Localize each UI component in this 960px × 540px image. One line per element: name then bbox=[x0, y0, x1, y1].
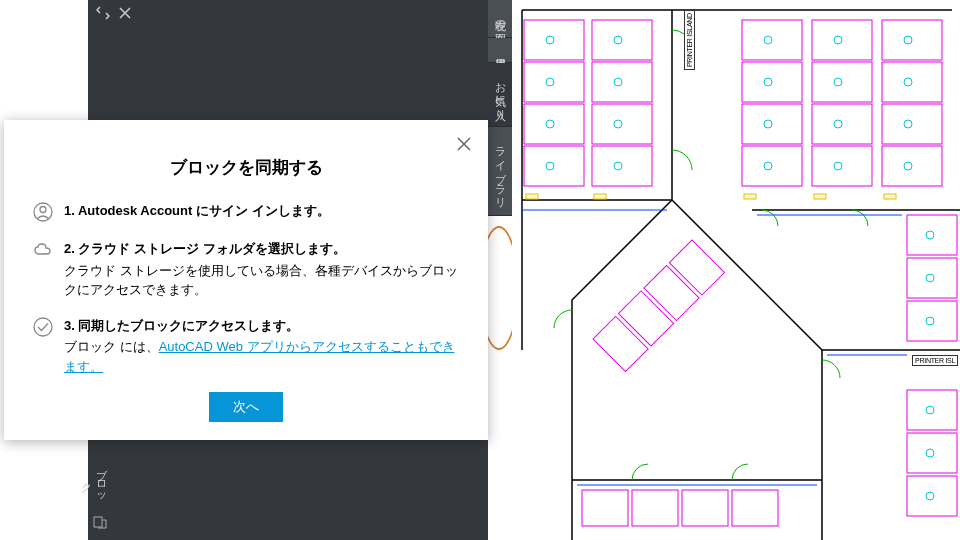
tab-recent[interactable]: 最近使用 bbox=[488, 38, 512, 63]
svg-point-40 bbox=[546, 120, 554, 128]
close-x-icon[interactable] bbox=[116, 4, 134, 22]
close-button[interactable] bbox=[452, 132, 476, 156]
svg-point-45 bbox=[614, 162, 622, 170]
svg-point-2 bbox=[40, 207, 46, 213]
svg-point-49 bbox=[764, 162, 772, 170]
svg-rect-28 bbox=[907, 433, 957, 473]
svg-point-39 bbox=[546, 78, 554, 86]
collapse-arrows-icon[interactable] bbox=[94, 4, 112, 22]
check-circle-icon bbox=[32, 316, 54, 338]
svg-rect-31 bbox=[644, 265, 699, 320]
svg-point-63 bbox=[926, 492, 934, 500]
printer-island-label-2: PRINTER ISL bbox=[912, 355, 958, 366]
svg-point-44 bbox=[614, 120, 622, 128]
svg-rect-27 bbox=[907, 390, 957, 430]
svg-point-62 bbox=[926, 449, 934, 457]
tab-library[interactable]: ライブラリ bbox=[488, 127, 512, 216]
svg-rect-34 bbox=[582, 490, 628, 526]
next-button[interactable]: 次へ bbox=[209, 392, 283, 422]
svg-point-43 bbox=[614, 78, 622, 86]
svg-point-52 bbox=[834, 120, 842, 128]
svg-rect-70 bbox=[744, 194, 756, 199]
svg-rect-26 bbox=[907, 301, 957, 341]
svg-rect-71 bbox=[814, 194, 826, 199]
svg-point-3 bbox=[34, 318, 52, 336]
svg-rect-68 bbox=[526, 194, 538, 199]
step-2-title: 2. クラウド ストレージ フォルダを選択します。 bbox=[64, 239, 460, 259]
dialog-title: ブロックを同期する bbox=[32, 156, 460, 179]
svg-point-51 bbox=[834, 78, 842, 86]
svg-point-48 bbox=[764, 120, 772, 128]
sync-blocks-dialog: ブロックを同期する 1. Autodesk Account にサイン インします… bbox=[4, 120, 488, 440]
svg-point-38 bbox=[546, 36, 554, 44]
svg-point-58 bbox=[926, 231, 934, 239]
svg-rect-30 bbox=[669, 240, 724, 295]
step-1: 1. Autodesk Account にサイン インします。 bbox=[32, 201, 460, 223]
svg-rect-24 bbox=[907, 215, 957, 255]
user-icon bbox=[32, 201, 54, 223]
palette-options-icon[interactable] bbox=[88, 510, 112, 534]
svg-rect-33 bbox=[593, 316, 648, 371]
svg-rect-36 bbox=[682, 490, 728, 526]
svg-point-54 bbox=[904, 36, 912, 44]
cloud-icon bbox=[32, 239, 54, 261]
floorplan-svg bbox=[512, 0, 960, 540]
palette-header bbox=[88, 0, 488, 30]
svg-point-53 bbox=[834, 162, 842, 170]
svg-point-41 bbox=[546, 162, 554, 170]
step-1-title: 1. Autodesk Account にサイン インします。 bbox=[64, 201, 330, 221]
svg-point-56 bbox=[904, 120, 912, 128]
svg-rect-72 bbox=[884, 194, 896, 199]
svg-rect-37 bbox=[732, 490, 778, 526]
svg-point-50 bbox=[834, 36, 842, 44]
svg-point-59 bbox=[926, 274, 934, 282]
palette-side-tabs: 現在の図面 最近使用 お気に入り ライブラリ bbox=[488, 0, 512, 452]
svg-point-46 bbox=[764, 36, 772, 44]
step-2-description: クラウド ストレージを使用している場合、各種デバイスからブロックにアクセスできま… bbox=[64, 261, 460, 300]
step-2: 2. クラウド ストレージ フォルダを選択します。 クラウド ストレージを使用し… bbox=[32, 239, 460, 300]
svg-rect-69 bbox=[594, 194, 606, 199]
svg-point-57 bbox=[904, 162, 912, 170]
tab-favorites[interactable]: お気に入り bbox=[488, 63, 512, 127]
printer-island-label-1: PRINTER ISLAND bbox=[684, 10, 695, 70]
cad-drawing-canvas[interactable]: PRINTER ISLAND PRINTER ISL bbox=[512, 0, 960, 540]
palette-title-vertical: ブロック bbox=[88, 450, 112, 510]
svg-point-42 bbox=[614, 36, 622, 44]
step-3-title: 3. 同期したブロックにアクセスします。 bbox=[64, 316, 460, 336]
svg-point-55 bbox=[904, 78, 912, 86]
tab-current-drawing[interactable]: 現在の図面 bbox=[488, 0, 512, 38]
svg-rect-0 bbox=[94, 517, 102, 527]
step-3: 3. 同期したブロックにアクセスします。 ブロック には、AutoCAD Web… bbox=[32, 316, 460, 377]
svg-point-60 bbox=[926, 317, 934, 325]
svg-point-61 bbox=[926, 406, 934, 414]
svg-rect-32 bbox=[618, 291, 673, 346]
svg-rect-35 bbox=[632, 490, 678, 526]
svg-rect-25 bbox=[907, 258, 957, 298]
svg-rect-29 bbox=[907, 476, 957, 516]
step-3-description: ブロック には、AutoCAD Web アプリからアクセスすることもできます。 bbox=[64, 337, 460, 376]
svg-point-47 bbox=[764, 78, 772, 86]
